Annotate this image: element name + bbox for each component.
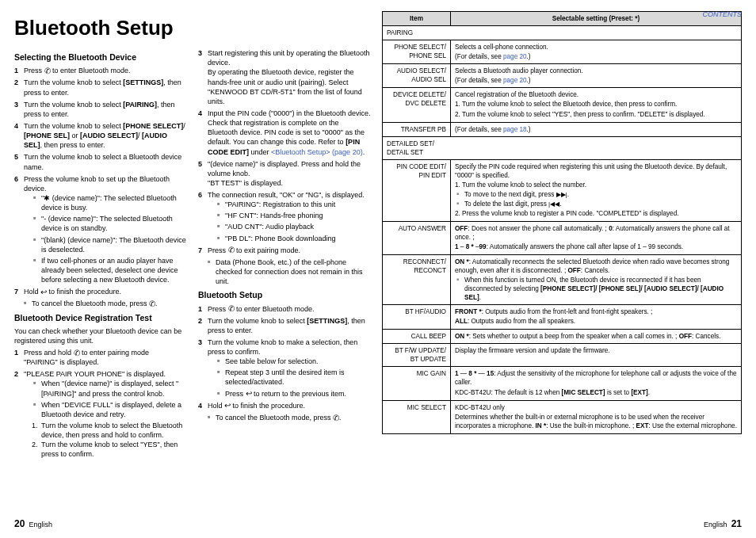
step: Hold ↩ to finish the procedure. [14,287,187,296]
left-col1: Selecting the Bluetooth Device Press ✆ t… [14,48,187,461]
left-col2: Start registering this unit by operating… [198,48,371,461]
skip-back-icon: |◀◀ [548,200,559,208]
step: Press and hold ✆ to enter pairing mode "… [14,348,187,367]
step: Press the volume knob to set up the Blue… [14,174,187,285]
list-item: "HF CNT": Hands-free phoning [217,211,371,220]
right-page: Item Selectable setting (Preset: *) PAIR… [382,11,742,530]
step: Turn the volume knob to select [PAIRING]… [14,100,187,119]
back-icon: ↩ [40,288,47,296]
table-row: MIC GAIN 1 — 8 * — 15: Adjust the sensit… [383,367,742,400]
table-section: PAIRING [383,26,742,40]
heading-select-device: Selecting the Bluetooth Device [14,52,187,63]
sub-step: Turn the volume knob to select the Bluet… [32,421,187,440]
table-row: MIC SELECT KDC-BT42U only Determines whe… [383,400,742,433]
settings-table: Item Selectable setting (Preset: *) PAIR… [382,11,742,434]
list-item: "PAIRING": Registration to this unit [217,200,371,209]
list-item: When "DEVICE FULL" is displayed, delete … [33,400,187,419]
phone-icon: ✆ [149,300,155,308]
heading-bluetooth-setup: Bluetooth Setup [198,289,371,300]
table-row: DEVICE DELETE/ DVC DELETE Cancel registr… [383,88,742,122]
page-number: 20 [14,518,25,529]
list-item: If two cell-phones or an audio player ha… [33,256,187,284]
step: Input the PIN code ("0000") in the Bluet… [198,109,371,157]
phone-icon: ✆ [74,349,80,357]
list-item: When "(device name)" is displayed, selec… [33,379,187,398]
left-page: Bluetooth Setup Selecting the Bluetooth … [14,11,371,530]
step: "(device name)" is displayed. Press and … [198,159,371,188]
phone-icon: ✆ [333,414,339,422]
step: Press ✆ to exit pairing mode. [198,246,371,255]
phone-icon: ✆ [228,246,235,254]
main-spread: Bluetooth Setup Selecting the Bluetooth … [14,11,742,530]
step: Turn the volume knob to make a selection… [198,338,371,399]
back-icon: ↩ [224,402,231,410]
footer-right: English 21 [704,517,742,530]
table-row: PHONE SELECT/ PHONE SEL Selects a cell-p… [383,40,742,64]
list-item: Press ↩ to return to the previous item. [217,389,371,399]
list-item: "✱ (device name)": The selected Bluetoot… [33,193,187,212]
page-title: Bluetooth Setup [14,14,371,42]
cross-ref-link[interactable]: <Bluetooth Setup> (page 20) [271,148,363,156]
table-section: DETAILED SET/ DETAIL SET [383,136,742,159]
page-link[interactable]: page 20 [503,53,527,60]
table-row: PIN CODE EDIT/ PIN EDIT Specify the PIN … [383,159,742,221]
contents-link[interactable]: CONTENTS [703,10,743,19]
step: Turn the volume knob to select a Bluetoo… [14,152,187,171]
th-item: Item [383,12,451,26]
table-row: RECONNECT/ RECONCT ON *: Automatically r… [383,254,742,304]
list-item: Repeat step 3 until the desired item is … [217,368,371,387]
table-row: BT F/W UPDATE/ BT UPDATE Display the fir… [383,344,742,367]
phone-icon: ✆ [44,67,51,75]
sub-step: Turn the volume knob to select "YES", th… [32,440,187,459]
table-row: CALL BEEP ON *: Sets whether to output a… [383,330,742,344]
list-item: "(blank) (device name)": The Bluetooth d… [33,235,187,254]
list-item: To cancel the Bluetooth mode, press ✆. [208,413,371,422]
table-row: AUDIO SELECT/ AUDIO SEL Selects a Blueto… [383,64,742,88]
step: Turn the volume knob to select [PHONE SE… [14,121,187,150]
step: Press ✆ to enter Bluetooth mode. [198,304,371,314]
list-item: "PB DL": Phone Book downloading [217,234,371,243]
table-row: AUTO ANSWER OFF: Does not answer the pho… [383,221,742,254]
intro-text: You can check whether your Bluetooth dev… [14,326,187,345]
step: The connection result, "OK" or "NG", is … [198,190,371,243]
skip-fwd-icon: ▶▶| [556,191,567,198]
list-item: To cancel the Bluetooth mode, press ✆. [24,299,187,308]
step: "PLEASE PAIR YOUR PHONE" is displayed. W… [14,369,187,459]
step: Start registering this unit by operating… [198,48,371,106]
table-row: TRANSFER PB (For details, see page 18.) [383,122,742,136]
page-link[interactable]: page 20 [503,77,527,84]
step: Turn the volume knob to select [SETTINGS… [14,78,187,97]
phone-icon: ✆ [228,305,235,313]
step: Turn the volume knob to select [SETTINGS… [198,316,371,335]
footer-left: 20 English [14,517,52,530]
table-row: BT HF/AUDIO FRONT *: Outputs audio from … [383,305,742,330]
page-number: 21 [731,518,742,529]
list-item: "AUD CNT": Audio playback [217,222,371,231]
back-icon: ↩ [246,390,252,398]
page-link[interactable]: page 18 [503,126,527,133]
list-item: Data (Phone Book, etc.) of the cell-phon… [208,258,371,286]
list-item: See table below for selection. [217,357,371,366]
th-setting: Selectable setting (Preset: *) [451,12,742,26]
list-item: "- (device name)": The selected Bluetoot… [33,214,187,233]
step: Press ✆ to enter Bluetooth mode. [14,66,187,75]
step: Hold ↩ to finish the procedure. [198,401,371,410]
heading-registration-test: Bluetooth Device Registration Test [14,312,187,323]
